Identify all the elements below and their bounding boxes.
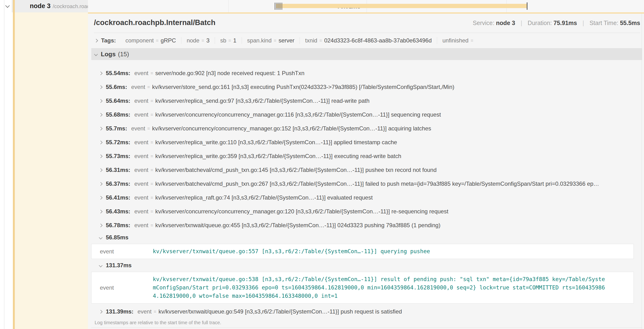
- log-message: kv/kvserver/txnwait/queue.go:455 [n3,s3,…: [156, 222, 440, 229]
- log-equals: =: [147, 84, 150, 90]
- log-equals: =: [150, 181, 153, 186]
- span-timeline-cell[interactable]: 75.91ms: [88, 0, 644, 12]
- tag-value: 1: [233, 37, 236, 44]
- chevron-right-icon: [99, 182, 103, 186]
- log-timestamp: 55.54ms:: [106, 70, 130, 76]
- log-row[interactable]: 131.39ms: event = kv/kvserver/txnwait/qu…: [88, 305, 644, 318]
- chevron-right-icon: [99, 168, 103, 172]
- span-detail-indent-fill: [15, 12, 88, 329]
- log-message: kv/kvserver/replica_raft.go:74 [n3,s3,r6…: [156, 194, 373, 201]
- log-row[interactable]: 55.72ms: event = kv/kvserver/replica_wri…: [88, 136, 644, 149]
- tag-key: span.kind: [247, 37, 272, 44]
- tag-item: unfinished =: [437, 37, 481, 44]
- log-row[interactable]: 56.41ms: event = kv/kvserver/replica_raf…: [88, 191, 644, 204]
- log-row[interactable]: 55.73ms: event = kv/kvserver/replica_wri…: [88, 149, 644, 163]
- log-timestamp: 55.6ms:: [106, 84, 127, 90]
- log-equals: =: [150, 223, 153, 228]
- tag-value: 024d3323-6c8f-4863-aa8b-37ab0e63496d: [324, 37, 432, 44]
- chevron-right-icon: [99, 196, 103, 200]
- log-message: kv/kvserver/concurrency/concurrency_mana…: [156, 111, 441, 118]
- chevron-down-icon: [99, 264, 103, 267]
- log-message: kv/kvserver/batcheval/cmd_push_txn.go:26…: [156, 180, 599, 187]
- log-message: server/node.go:902 [n3] node received re…: [156, 70, 304, 76]
- tags-row[interactable]: Tags: component = gRPC node = 3 sb = 1 s…: [95, 37, 640, 44]
- log-row[interactable]: 55.7ms: event = kv/kvserver/concurrency/…: [88, 122, 644, 136]
- log-equals: =: [150, 167, 153, 172]
- span-name-cell[interactable]: node 3 /cockroach.roach…: [12, 0, 88, 12]
- log-message: kv/kvserver/replica_write.go:359 [n3,s3,…: [156, 153, 401, 160]
- tag-item: txnid = 024d3323-6c8f-4863-aa8b-37ab0e63…: [300, 37, 437, 44]
- log-timestamp: 56.41ms:: [106, 194, 130, 201]
- log-field: event: [134, 194, 148, 201]
- log-event-card: event kv/kvserver/txnwait/queue.go:557 […: [91, 244, 634, 259]
- chevron-right-icon: [99, 224, 103, 227]
- log-row-expanded-header[interactable]: 131.37ms: [88, 260, 644, 270]
- log-row[interactable]: 55.6ms: event = kv/kvserver/store_send.g…: [88, 80, 644, 94]
- panel-right-border: [642, 14, 642, 329]
- log-message: kv/kvserver/txnwait/queue.go:549 [n3,s3,…: [158, 308, 402, 315]
- log-equals: =: [150, 195, 153, 200]
- tag-value: server: [278, 37, 294, 44]
- log-event-value: kv/kvserver/txnwait/queue.go:557 [n3,s3,…: [153, 247, 430, 256]
- chevron-right-icon: [99, 113, 103, 116]
- log-equals: =: [150, 112, 153, 117]
- tag-equals: =: [274, 38, 276, 43]
- log-field: event: [138, 308, 152, 315]
- log-row[interactable]: 55.64ms: event = kv/kvserver/replica_sen…: [88, 94, 644, 108]
- log-message: kv/kvserver/replica_write.go:110 [n3,s3,…: [156, 139, 397, 146]
- span-service-name: node 3: [30, 2, 50, 10]
- meta-separator: |: [582, 20, 584, 26]
- tag-item: node = 3: [181, 37, 215, 44]
- header-divider: [94, 33, 640, 33]
- log-row[interactable]: 56.78ms: event = kv/kvserver/txnwait/que…: [88, 218, 644, 232]
- log-equals: =: [147, 126, 150, 131]
- span-duration-bar[interactable]: [276, 4, 527, 8]
- log-field: event: [134, 208, 148, 215]
- log-field: event: [131, 84, 145, 90]
- log-row[interactable]: 55.68ms: event = kv/kvserver/concurrency…: [88, 108, 644, 122]
- span-color-accent: [13, 0, 15, 329]
- log-equals: =: [150, 140, 153, 145]
- chevron-down-icon: [99, 236, 103, 239]
- tag-item: sb = 1: [215, 37, 242, 44]
- logs-footnote: Log timestamps are relative to the start…: [94, 320, 644, 326]
- log-timestamp: 55.68ms:: [106, 111, 130, 118]
- column-divider: [4, 0, 4, 329]
- log-timestamp: 56.85ms: [106, 234, 128, 241]
- log-field: event: [134, 180, 148, 187]
- timeline-gridline: [228, 0, 228, 12]
- logs-title: Logs: [101, 50, 116, 58]
- log-equals: =: [150, 154, 153, 159]
- chevron-right-icon: [99, 71, 103, 75]
- tags-label: Tags:: [101, 37, 116, 44]
- chevron-right-icon: [99, 99, 103, 103]
- log-event-card: event kv/kvserver/txnwait/queue.go:538 […: [91, 272, 634, 304]
- logs-count: (15): [118, 50, 129, 58]
- log-row[interactable]: 56.43ms: event = kv/kvserver/concurrency…: [88, 204, 644, 218]
- chevron-right-icon: [99, 154, 103, 158]
- log-field: event: [134, 139, 148, 146]
- service-label: Service:: [473, 20, 494, 26]
- log-timestamp: 131.39ms:: [106, 308, 134, 315]
- log-row[interactable]: 56.37ms: event = kv/kvserver/batcheval/c…: [88, 177, 644, 191]
- log-field: event: [92, 284, 153, 291]
- log-row[interactable]: 55.54ms: event = server/node.go:902 [n3]…: [88, 66, 644, 80]
- log-message: kv/kvserver/store_send.go:161 [n3,s3] ex…: [152, 84, 454, 90]
- log-field: event: [131, 125, 145, 132]
- log-equals: =: [150, 98, 153, 104]
- trace-detail-page: node 3 /cockroach.roach… 75.91ms /cockro…: [0, 0, 644, 329]
- log-field: event: [92, 248, 153, 255]
- detail-header: /cockroach.roachpb.Internal/Batch Servic…: [94, 18, 640, 27]
- span-row: node 3 /cockroach.roach… 75.91ms: [0, 0, 644, 12]
- chevron-right-icon: [99, 126, 103, 130]
- service-value: node 3: [496, 20, 515, 26]
- tag-equals: =: [320, 38, 322, 43]
- operation-title: /cockroach.roachpb.Internal/Batch: [94, 18, 216, 27]
- log-row[interactable]: 56.31ms: event = kv/kvserver/batcheval/c…: [88, 163, 644, 177]
- log-row-expanded-header[interactable]: 56.85ms: [88, 232, 644, 243]
- logs-section-header[interactable]: Logs (15): [91, 48, 642, 60]
- chevron-right-icon: [99, 85, 103, 89]
- chevron-right-icon: [99, 310, 103, 314]
- log-message: kv/kvserver/concurrency/concurrency_mana…: [156, 208, 448, 215]
- chevron-down-icon: [94, 52, 98, 56]
